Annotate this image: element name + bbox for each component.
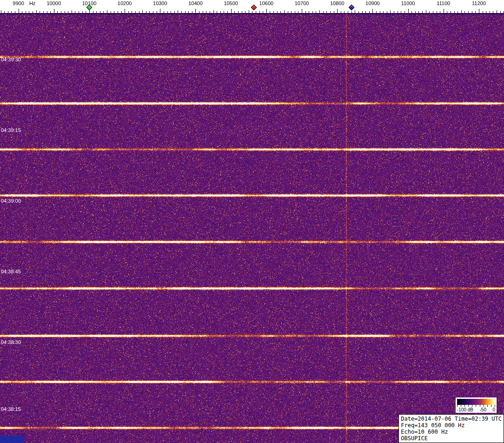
time-tick-label: 04:39:15 — [1, 127, 21, 133]
freq-tick-label: 10200 — [118, 0, 132, 6]
waterfall-display: 04:39:3004:39:1504:39:0004:38:4504:38:30… — [0, 13, 504, 443]
freq-tick-label: 10900 — [365, 0, 380, 6]
freq-tick-label: 10800 — [330, 0, 345, 6]
time-tick-label: 04:38:45 — [1, 269, 21, 274]
freq-tick-label: 9900 — [13, 0, 24, 6]
freq-tick-label: 11200 — [472, 0, 486, 6]
legend-min-label: -100 dB — [457, 407, 473, 412]
info-station: OBSUPICE — [401, 435, 502, 442]
observation-info-box: Date=2014-07-06 Time=02:39 UTC Freq=143 … — [398, 414, 504, 443]
freq-tick-label: 10000 — [46, 0, 61, 6]
time-tick-label: 04:38:30 — [1, 339, 21, 345]
freq-tick-label: 11100 — [437, 0, 450, 6]
colorbar-labels: -100 dB -50 0 — [457, 407, 495, 412]
freq-tick-label: 10700 — [295, 0, 309, 6]
freq-tick-label: 10600 — [259, 0, 274, 6]
time-tick-label: 04:39:30 — [1, 57, 21, 62]
colorbar-gradient — [457, 399, 495, 405]
info-frequency: Freq=143 050 000 Hz — [401, 422, 502, 429]
freq-tick-label: 11000 — [401, 0, 415, 6]
frequency-axis: 9900100001010010200103001040010500106001… — [0, 0, 504, 13]
info-date-time: Date=2014-07-06 Time=02:39 UTC — [401, 416, 502, 422]
time-tick-label: 04:39:00 — [1, 198, 21, 204]
spectrogram-window: 9900100001010010200103001040010500106001… — [0, 0, 504, 443]
info-echo: Echo=10 600 Hz — [401, 429, 502, 435]
freq-tick-label: 10400 — [188, 0, 203, 6]
intensity-legend: -100 dB -50 0 — [456, 397, 497, 413]
freq-tick-label: 10500 — [224, 0, 238, 6]
legend-mid-label: -50 — [480, 407, 486, 412]
colorbar-ticks — [457, 405, 495, 407]
freq-tick-label: 10300 — [153, 0, 167, 6]
freq-axis-unit-label: Hz — [29, 0, 35, 6]
spectrogram-canvas — [0, 13, 504, 443]
time-tick-label: 04:38:15 — [1, 406, 21, 412]
legend-max-label: 0 — [492, 407, 495, 412]
